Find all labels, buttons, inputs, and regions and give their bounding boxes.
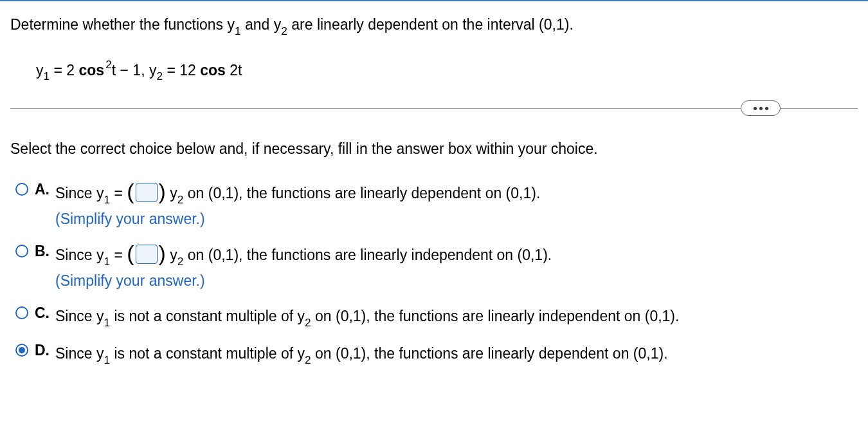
choice-d: D. Since y1 is not a constant multiple o… [15,342,858,368]
equation-definition: y1 = 2 cos2t − 1, y2 = 12 cos 2t [36,58,858,82]
eq-cos: cos [79,61,105,78]
choice-content-d: Since y1 is not a constant multiple of y… [55,342,858,368]
choice-c: C. Since y1 is not a constant multiple o… [15,304,858,330]
choice-content-b: Since y1 = () y2 on (0,1), the functions… [55,243,858,293]
choice-text: Since y [55,247,104,263]
divider-line [10,108,858,109]
answer-input-b[interactable] [136,245,158,264]
choices-group: A. Since y1 = () y2 on (0,1), the functi… [15,181,858,368]
choice-text: on (0,1), the functions are linearly dep… [311,345,668,362]
dot-icon [759,107,763,110]
close-paren-icon: ) [159,185,166,198]
dot-icon [754,107,757,110]
top-accent-border [0,0,868,1]
choice-sub: 1 [104,316,110,329]
choice-text: Since y [55,185,104,201]
choice-letter-a: A. [35,181,53,198]
answer-input-wrap: () [127,245,166,264]
dot-icon [765,107,768,110]
question-prompt: Determine whether the functions y1 and y… [10,14,858,37]
simplify-hint: (Simplify your answer.) [55,210,205,227]
choice-text: y [166,247,177,263]
choice-text: on (0,1), the functions are linearly ind… [311,308,680,324]
choice-sub: 1 [104,353,110,366]
choice-letter-c: C. [35,304,53,322]
choice-text: Since y [55,345,104,362]
answer-input-wrap: () [127,183,166,202]
question-page: Determine whether the functions y1 and y… [0,0,868,392]
radio-b[interactable] [15,245,28,257]
choice-sub: 1 [104,255,110,268]
eq-y1-sub: 1 [44,70,50,82]
simplify-hint: (Simplify your answer.) [55,272,205,289]
choice-letter-d: D. [35,342,53,359]
choice-text: on (0,1), the functions are linearly dep… [183,185,540,201]
radio-c[interactable] [15,306,28,319]
choice-text: = [110,185,127,201]
choice-letter-b: B. [35,243,53,260]
choice-text: is not a constant multiple of y [110,308,305,324]
choice-text: on (0,1), the functions are linearly ind… [183,247,552,263]
open-paren-icon: ( [127,185,134,198]
choice-text: is not a constant multiple of y [110,345,305,362]
prompt-sub1: 1 [235,24,241,37]
choice-sub: 2 [305,316,311,329]
radio-d[interactable] [15,344,28,357]
answer-input-a[interactable] [136,183,158,202]
prompt-sub2: 2 [281,24,287,37]
eq-text: 2t [226,61,242,78]
eq-y1-var: y [36,61,44,78]
choice-content-c: Since y1 is not a constant multiple of y… [55,304,858,330]
choice-b: B. Since y1 = () y2 on (0,1), the functi… [15,243,858,293]
eq-text: = 2 [50,61,78,78]
prompt-text: and y [241,16,282,33]
radio-a[interactable] [15,183,28,196]
question-block: Determine whether the functions y1 and y… [10,14,858,82]
eq-squared: 2 [105,58,112,71]
choice-sub: 2 [305,353,311,366]
eq-y2-sub: 2 [156,70,163,82]
prompt-text: are linearly dependent on the interval (… [287,16,574,33]
more-options-button[interactable] [741,100,781,116]
choice-sub: 2 [177,193,184,206]
choice-a: A. Since y1 = () y2 on (0,1), the functi… [15,181,858,231]
prompt-text: Determine whether the functions y [10,16,235,33]
eq-cos2: cos [200,61,226,78]
close-paren-icon: ) [159,247,166,259]
answer-instruction: Select the correct choice below and, if … [10,140,858,158]
choice-text: y [166,185,177,201]
eq-text: t − 1, y [112,61,157,78]
choice-sub: 2 [177,255,184,268]
eq-text: = 12 [163,61,200,78]
choice-text: Since y [55,308,104,324]
open-paren-icon: ( [127,247,134,259]
choice-text: = [110,247,127,263]
choice-content-a: Since y1 = () y2 on (0,1), the functions… [55,181,858,231]
choice-sub: 1 [104,193,110,206]
section-divider [10,102,858,115]
